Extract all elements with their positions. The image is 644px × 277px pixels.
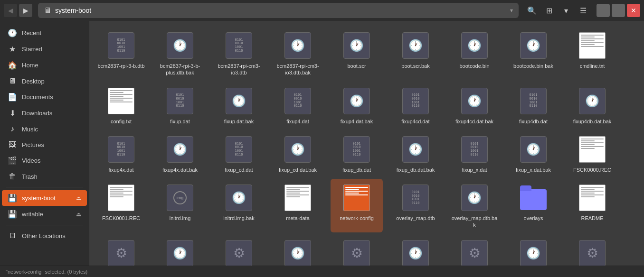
list-item[interactable]: 🕐 start4db.elf.bak — [507, 234, 559, 266]
sidebar-item-writable[interactable]: 💾 writable ⏏ — [2, 206, 87, 222]
list-item[interactable]: 🕐 fixup4.dat.bak — [331, 82, 383, 129]
eject-icon[interactable]: ⏏ — [76, 195, 81, 202]
sidebar-item-label: Starred — [22, 46, 42, 53]
sidebar-item-label: Desktop — [22, 78, 45, 85]
file-name: bcm2837-rpi-3-b-plus.dtb.bak — [156, 63, 204, 76]
sidebar-item-downloads[interactable]: ⬇ Downloads — [2, 105, 87, 121]
list-item[interactable]: 🕐 fixup_cd.dat.bak — [272, 130, 324, 177]
list-item[interactable]: 🕐 start.elf.bak — [154, 234, 206, 266]
list-item[interactable]: 0101001010010110 fixup.dat — [154, 82, 206, 129]
file-name: FSCK0000.REC — [573, 166, 611, 173]
sidebar-item-music[interactable]: ♪ Music — [2, 121, 87, 137]
file-name: config.txt — [111, 118, 132, 125]
sidebar-item-home[interactable]: 🏠 Home — [2, 57, 87, 73]
list-item[interactable]: ⚙ start.elf — [95, 234, 147, 266]
sidebar-item-trash[interactable]: 🗑 Trash — [2, 169, 87, 184]
file-name: cmdline.txt — [580, 63, 605, 69]
list-item[interactable]: 0101001010010110 overlay_map.dtb — [389, 179, 442, 232]
file-icon-text-selected — [341, 183, 372, 213]
file-icon-binary: 0101001010010110 — [106, 134, 136, 165]
downloads-icon: ⬇ — [8, 109, 17, 118]
file-icon-binary: 0101001010010110 — [224, 134, 254, 165]
list-item[interactable]: 🕐 fixup_x.dat.bak — [507, 130, 559, 177]
list-item[interactable]: 🕐 fixup.dat.bak — [213, 82, 265, 129]
list-item[interactable]: 🕐 bootcode.bin — [448, 27, 501, 80]
list-item[interactable]: 0101001010010110 fixup4x.dat — [95, 130, 147, 177]
location-drive-icon: 🖥 — [44, 6, 51, 15]
minimize-button[interactable]: — — [597, 4, 610, 17]
list-item[interactable]: 🕐 bootcode.bin.bak — [507, 27, 559, 80]
window-controls: — □ ✕ — [597, 4, 640, 17]
list-item[interactable]: 🕐 fixup_db.dat.bak — [389, 130, 442, 177]
sidebar-item-label: Recent — [22, 29, 41, 37]
list-item[interactable]: 🕐 boot.scr — [331, 27, 383, 80]
sidebar-item-label: Documents — [22, 93, 53, 101]
list-item[interactable]: 🕐 start4.elf.bak — [272, 234, 324, 266]
list-item[interactable]: 0101001010010110 fixup4cd.dat — [389, 82, 442, 129]
list-item[interactable]: 0101001010010110 fixup4.dat — [272, 82, 324, 129]
file-name: initrd.img — [170, 215, 191, 222]
list-item[interactable]: 🕐 fixup4x.dat.bak — [154, 130, 206, 177]
sidebar-item-system-boot[interactable]: 💾 system-boot ⏏ — [2, 190, 87, 206]
list-item[interactable]: 0101001010010110 fixup_db.dat — [331, 130, 383, 177]
list-item[interactable]: ⚙ start4.elf — [213, 234, 265, 266]
file-icon-clock: 🕐 — [459, 183, 490, 213]
list-item[interactable]: overlays — [507, 179, 559, 232]
list-item[interactable]: README — [566, 179, 618, 232]
list-item[interactable]: ⚙ start4cd.elf — [331, 234, 383, 266]
sidebar-item-label: Pictures — [22, 141, 44, 148]
search-icon: 🔍 — [527, 6, 537, 15]
sidebar-item-desktop[interactable]: 🖥 Desktop — [2, 74, 87, 89]
eject-writable-icon[interactable]: ⏏ — [76, 211, 81, 218]
sidebar-item-starred[interactable]: ★ Starred — [2, 41, 87, 57]
view-button[interactable]: ⊞ — [541, 3, 557, 18]
list-item[interactable]: ⚙ start4db.elf — [448, 234, 501, 266]
list-item[interactable]: 0101001010010110 fixup4db.dat — [507, 82, 559, 129]
list-item[interactable]: 🕐 bcm2837-rpi-cm3-io3.dtb.bak — [272, 27, 324, 80]
list-item[interactable]: 🕐 boot.scr.bak — [389, 27, 442, 80]
sidebar-item-documents[interactable]: 📄 Documents — [2, 89, 87, 105]
location-dropdown-icon[interactable]: ▾ — [510, 7, 513, 14]
file-icon-clock: 🕐 — [283, 238, 313, 266]
back-button[interactable]: ◀ — [4, 4, 17, 17]
file-icon-gear: ⚙ — [577, 238, 607, 266]
list-item[interactable]: config.txt — [95, 82, 147, 129]
file-icon-text — [106, 183, 136, 213]
close-button[interactable]: ✕ — [627, 4, 640, 17]
list-item[interactable]: 🕐 initrd.img.bak — [213, 179, 265, 232]
maximize-button[interactable]: □ — [612, 4, 625, 17]
list-item[interactable]: cmdline.txt — [566, 27, 618, 80]
list-item-selected[interactable]: network-config — [331, 179, 383, 232]
search-button[interactable]: 🔍 — [524, 3, 540, 18]
titlebar: ◀ ▶ 🖥 system-boot ▾ 🔍 ⊞ ▾ ☰ — □ ✕ — [0, 0, 644, 21]
list-item[interactable]: 🕐 bcm2837-rpi-3-b-plus.dtb.bak — [154, 27, 206, 80]
list-item[interactable]: 0101001010010110 bcm2837-rpi-3-b.dtb — [95, 27, 147, 80]
forward-button[interactable]: ▶ — [19, 4, 32, 17]
list-item[interactable]: 🕐 overlay_map.dtb.bak — [448, 179, 501, 232]
file-icon-text — [106, 86, 136, 116]
other-locations-icon: 🖥 — [8, 231, 17, 240]
file-icon-binary: 0101001010010110 — [459, 134, 490, 165]
file-area[interactable]: 0101001010010110 bcm2837-rpi-3-b.dtb 🕐 b… — [89, 21, 644, 266]
location-bar[interactable]: 🖥 system-boot ▾ — [38, 3, 519, 18]
sidebar-item-other-locations[interactable]: 🖥 Other Locations — [2, 228, 87, 243]
file-icon-disk: img — [165, 183, 195, 213]
menu-button[interactable]: ☰ — [576, 3, 591, 18]
list-item[interactable]: 0101001010010110 fixup_x.dat — [448, 130, 501, 177]
list-item[interactable]: meta-data — [272, 179, 324, 232]
list-item[interactable]: ⚙ start4x.elf — [566, 234, 618, 266]
sidebar-item-pictures[interactable]: 🖼 Pictures — [2, 137, 87, 152]
list-item[interactable]: 🕐 fixup4db.dat.bak — [566, 82, 618, 129]
sidebar-item-recent[interactable]: 🕐 Recent — [2, 25, 87, 41]
file-name: meta-data — [286, 215, 310, 222]
view-dropdown-button[interactable]: ▾ — [559, 3, 574, 18]
list-item[interactable]: 🕐 fixup4cd.dat.bak — [448, 82, 501, 129]
sidebar-item-videos[interactable]: 🎬 Videos — [2, 153, 87, 168]
list-item[interactable]: 🕐 start4cd.elf.bak — [389, 234, 442, 266]
list-item[interactable]: img initrd.img — [154, 179, 206, 232]
list-item[interactable]: 0101001010010110 bcm2837-rpi-cm3-io3.dtb — [213, 27, 265, 80]
list-item[interactable]: 0101001010010110 fixup_cd.dat — [213, 130, 265, 177]
list-item[interactable]: FSCK0001.REC — [95, 179, 147, 232]
list-item[interactable]: FSCK0000.REC — [566, 130, 618, 177]
file-name: fixup_db.dat.bak — [397, 166, 435, 173]
